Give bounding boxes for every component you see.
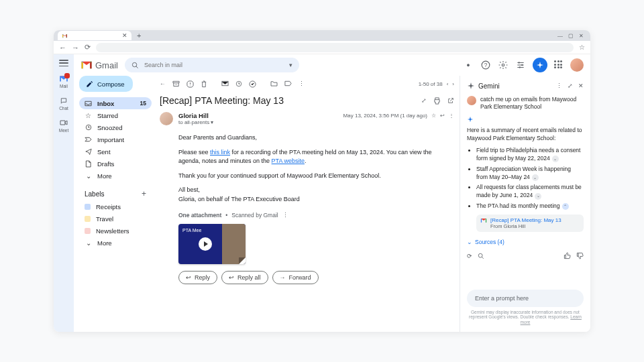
tune-icon[interactable] — [515, 60, 526, 70]
rail-meet[interactable]: Meet — [59, 119, 68, 133]
list-item: The PTA had its monthly meeting⌃ — [476, 201, 584, 212]
nav-more[interactable]: ⌄More — [79, 170, 152, 182]
nav-snoozed[interactable]: Snoozed — [79, 121, 152, 133]
back-icon[interactable]: ← — [59, 44, 66, 52]
gemini-close-icon[interactable]: ✕ — [578, 82, 584, 89]
more-icon[interactable]: ⋮ — [449, 113, 454, 119]
label-more[interactable]: ⌄More — [79, 237, 152, 249]
topbar: Gmail ▾ ● ? — [74, 54, 590, 76]
pta-website-link[interactable]: PTA website — [272, 158, 305, 164]
label-travel[interactable]: Travel — [79, 213, 152, 225]
compose-button[interactable]: Compose — [79, 76, 133, 92]
disclaimer: Gemini may display inaccurate informatio… — [467, 307, 584, 328]
star-message-icon[interactable]: ☆ — [431, 113, 436, 119]
search-icon — [131, 62, 139, 69]
gmail-logo[interactable]: Gmail — [80, 60, 118, 70]
nav-sent[interactable]: Sent — [79, 145, 152, 158]
prev-page-icon[interactable]: ‹ — [447, 81, 449, 87]
window-close[interactable]: ✕ — [579, 33, 584, 39]
tab-close-icon[interactable]: ✕ — [122, 32, 127, 39]
forward-icon[interactable]: → — [72, 44, 79, 52]
expand-chevron-icon[interactable]: ⌄ — [535, 193, 541, 200]
label-receipts[interactable]: Receipts — [79, 200, 152, 213]
gmail-icon — [480, 217, 487, 224]
add-task-icon[interactable] — [249, 80, 256, 88]
help-icon[interactable]: ? — [480, 60, 491, 70]
mail-toolbar: ← — [160, 76, 454, 92]
reply-button[interactable]: ↩Reply — [178, 271, 217, 284]
gemini-popout-icon[interactable]: ⤢ — [568, 82, 573, 89]
gemini-more-icon[interactable]: ⋮ — [556, 82, 562, 89]
expand-chevron-icon[interactable]: ⌄ — [552, 156, 559, 162]
nav-drafts[interactable]: Drafts — [79, 158, 152, 170]
expand-icon[interactable]: ⤢ — [421, 97, 427, 105]
expand-chevron-icon[interactable]: ⌄ — [532, 174, 539, 181]
account-avatar[interactable] — [570, 58, 584, 72]
search-input[interactable] — [144, 62, 284, 68]
attachment-thumbnail[interactable]: PTA Mee — [178, 224, 246, 264]
apps-icon[interactable] — [554, 60, 564, 70]
clock-icon — [85, 124, 92, 131]
rail-mail[interactable]: Mail — [59, 74, 68, 88]
nav-important[interactable]: Important — [79, 133, 152, 145]
mark-unread-icon[interactable] — [221, 80, 229, 88]
print-icon[interactable] — [433, 97, 441, 105]
sources-toggle[interactable]: ⌄Sources (4) — [467, 235, 584, 249]
window-maximize[interactable]: ▢ — [568, 33, 574, 39]
status-indicator[interactable]: ● — [463, 60, 474, 70]
move-icon[interactable] — [270, 80, 278, 87]
collapse-chevron-icon[interactable]: ⌃ — [562, 203, 569, 210]
back-arrow-icon[interactable]: ← — [160, 80, 166, 87]
label-newsletters[interactable]: Newsletters — [79, 225, 152, 237]
forward-button[interactable]: →Forward — [272, 271, 319, 284]
search-sources-icon[interactable] — [478, 253, 484, 259]
svg-point-4 — [502, 64, 504, 66]
expand-recipients-icon[interactable]: ▾ — [211, 119, 213, 125]
email-subject: [Recap] PTA Meeting: May 13 — [160, 95, 284, 106]
bookmark-icon[interactable]: ☆ — [579, 44, 585, 51]
delete-icon[interactable] — [201, 80, 207, 88]
summary-list: Field trip to Philadelphia needs a conse… — [467, 145, 584, 212]
reload-icon[interactable]: ⟳ — [85, 43, 91, 52]
gemini-prompt-input[interactable]: Enter a prompt here — [467, 290, 584, 307]
reply-icon[interactable]: ↩ — [440, 113, 445, 119]
label-color — [85, 216, 91, 222]
attachment-more-icon[interactable]: ⋮ — [282, 212, 288, 219]
email-date: May 13, 2024, 3:56 PM (1 day ago) — [343, 113, 427, 119]
recipients[interactable]: to all-parents — [178, 119, 209, 125]
archive-icon[interactable] — [172, 80, 180, 88]
recording-link[interactable]: this link — [210, 149, 230, 156]
thumbs-down-icon[interactable] — [576, 252, 584, 259]
search-box[interactable]: ▾ — [125, 58, 299, 72]
new-tab-button[interactable]: + — [134, 32, 144, 40]
user-prompt: catch me up on emails from Maywood Park … — [480, 96, 584, 111]
nav-starred[interactable]: ☆Starred — [79, 109, 152, 121]
reply-all-button[interactable]: ↩Reply all — [221, 271, 268, 284]
spam-icon[interactable] — [186, 80, 194, 88]
list-item: All requests for class placements must b… — [476, 182, 584, 201]
search-options-icon[interactable]: ▾ — [289, 62, 292, 68]
label-color — [85, 204, 91, 210]
hamburger-menu-icon[interactable] — [59, 60, 68, 66]
gemini-button[interactable] — [533, 58, 547, 72]
label-color — [85, 228, 91, 234]
browser-window: ✕ + — ▢ ✕ ← → ⟳ ☆ Mail Chat Meet — [54, 30, 590, 332]
drafts-icon — [85, 160, 92, 168]
thumbs-up-icon[interactable] — [564, 252, 571, 259]
nav-inbox[interactable]: Inbox15 — [79, 97, 152, 109]
more-icon[interactable]: ⋮ — [299, 80, 305, 87]
rail-chat[interactable]: Chat — [59, 97, 68, 111]
labels-icon[interactable] — [284, 80, 292, 87]
window-minimize[interactable]: — — [557, 33, 563, 39]
browser-tab[interactable]: ✕ — [58, 31, 131, 40]
popout-icon[interactable] — [447, 97, 454, 105]
add-label-icon[interactable]: + — [142, 189, 146, 198]
address-bar: ← → ⟳ ☆ — [54, 41, 590, 54]
next-page-icon[interactable]: › — [452, 81, 454, 87]
snooze-icon[interactable] — [235, 80, 242, 88]
refresh-icon[interactable]: ⟳ — [467, 253, 472, 259]
source-email-card[interactable]: [Recap] PTA Meeting: May 13 From Gloria … — [476, 215, 584, 232]
settings-icon[interactable] — [498, 60, 508, 70]
url-input[interactable] — [96, 43, 574, 52]
app-main: Mail Chat Meet Gmail ▾ — [54, 54, 590, 332]
